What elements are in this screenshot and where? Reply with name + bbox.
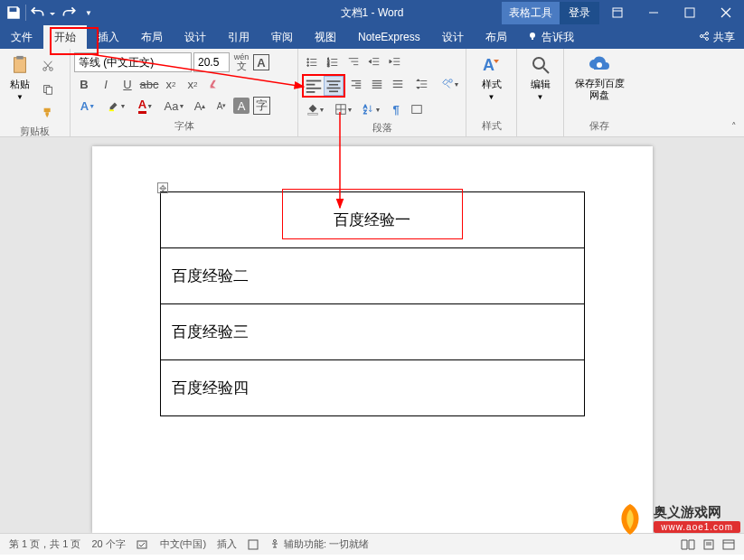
- watermark-title: 奥义游戏网: [654, 504, 740, 521]
- text-effects-icon[interactable]: A▼: [74, 96, 101, 116]
- show-hide-marks-icon[interactable]: ¶: [386, 99, 406, 119]
- table-tools-label: 表格工具: [502, 2, 560, 24]
- svg-point-25: [307, 61, 309, 63]
- tab-insert[interactable]: 插入: [87, 25, 130, 49]
- decrease-indent-icon[interactable]: [364, 52, 384, 72]
- format-painter-icon[interactable]: [38, 103, 58, 123]
- save-baidu-button[interactable]: 保存到百度网盘: [568, 52, 631, 103]
- shading-icon[interactable]: ▼: [302, 99, 329, 119]
- sort-icon[interactable]: AZ▼: [358, 99, 385, 119]
- highlight-icon[interactable]: ▼: [103, 96, 130, 116]
- paste-button[interactable]: 粘贴 ▼: [4, 52, 36, 103]
- table-cell-1[interactable]: 百度经验一: [160, 192, 584, 248]
- tab-layout[interactable]: 布局: [130, 25, 174, 49]
- subscript-icon[interactable]: x2: [161, 74, 181, 94]
- bullets-icon[interactable]: [302, 52, 322, 72]
- table-cell-3[interactable]: 百度经验三: [160, 304, 584, 360]
- clear-formatting-icon[interactable]: [204, 74, 224, 94]
- align-right-icon[interactable]: [346, 74, 366, 94]
- svg-rect-0: [613, 8, 622, 17]
- tab-table-layout[interactable]: 布局: [475, 25, 518, 49]
- font-name-combo[interactable]: 等线 (中文正文): [74, 52, 192, 72]
- svg-rect-22: [108, 109, 113, 111]
- svg-text:Z: Z: [363, 108, 366, 115]
- document-table[interactable]: 百度经验一 百度经验二 百度经验三 百度经验四: [160, 191, 585, 416]
- document-area[interactable]: ✥ 百度经验一 百度经验二 百度经验三 百度经验四: [0, 137, 744, 533]
- collapse-ribbon-icon[interactable]: ˄: [731, 121, 737, 133]
- app-name: Word: [378, 6, 403, 19]
- cut-icon[interactable]: [38, 56, 58, 76]
- phonetic-guide-icon[interactable]: wén文: [231, 52, 251, 72]
- character-border-icon[interactable]: A: [253, 54, 269, 70]
- tab-noteexpress[interactable]: NoteExpress: [347, 25, 431, 49]
- svg-point-75: [533, 58, 544, 69]
- justify-icon[interactable]: [367, 74, 387, 94]
- bold-icon[interactable]: B: [74, 74, 94, 94]
- copy-icon[interactable]: [38, 79, 58, 99]
- asian-layout-icon[interactable]: ▼: [437, 74, 464, 94]
- svg-rect-67: [307, 113, 317, 115]
- increase-indent-icon[interactable]: [385, 52, 405, 72]
- login-button[interactable]: 登录: [560, 2, 599, 24]
- tab-review[interactable]: 审阅: [260, 25, 304, 49]
- web-layout-icon[interactable]: [722, 539, 735, 550]
- table-cell-2[interactable]: 百度经验二: [160, 248, 584, 304]
- svg-rect-80: [137, 541, 146, 548]
- tab-references[interactable]: 引用: [217, 25, 260, 49]
- status-page[interactable]: 第 1 页，共 1 页: [9, 537, 80, 551]
- change-case-icon[interactable]: Aa▼: [161, 96, 188, 116]
- italic-icon[interactable]: I: [96, 74, 116, 94]
- table-cell-4[interactable]: 百度经验四: [160, 360, 584, 416]
- macro-icon[interactable]: [248, 539, 259, 550]
- font-size-combo[interactable]: 20.5: [193, 52, 230, 72]
- ribbon-options-icon[interactable]: [599, 0, 636, 25]
- chevron-down-icon: ▼: [488, 93, 495, 101]
- shrink-font-icon[interactable]: A▾: [212, 96, 231, 116]
- tab-design[interactable]: 设计: [174, 25, 217, 49]
- align-left-icon[interactable]: [304, 76, 324, 96]
- maximize-icon[interactable]: [672, 0, 708, 25]
- svg-rect-7: [532, 38, 533, 40]
- tab-view[interactable]: 视图: [304, 25, 347, 49]
- paragraph-settings-icon[interactable]: [407, 99, 427, 119]
- grow-font-icon[interactable]: A▴: [190, 96, 210, 116]
- multilevel-list-icon[interactable]: [344, 52, 363, 72]
- tab-home[interactable]: 开始: [43, 25, 87, 49]
- svg-line-11: [702, 33, 706, 35]
- print-layout-icon[interactable]: [702, 539, 715, 550]
- tab-table-design[interactable]: 设计: [431, 25, 475, 49]
- status-words[interactable]: 20 个字: [91, 537, 125, 551]
- tell-me-search[interactable]: 告诉我: [518, 30, 583, 45]
- minimize-icon[interactable]: [636, 0, 672, 25]
- group-paragraph: 123 ▼ ▼ ▼ AZ▼ ¶: [298, 49, 466, 136]
- chevron-down-icon: ▼: [16, 93, 24, 101]
- watermark-logo-icon: [612, 500, 648, 537]
- underline-icon[interactable]: U: [118, 74, 137, 94]
- strikethrough-icon[interactable]: abc: [139, 74, 159, 94]
- character-shading-icon[interactable]: 字: [251, 96, 271, 116]
- styles-icon: A: [481, 54, 503, 76]
- font-color-icon[interactable]: A▼: [132, 96, 159, 116]
- styles-button[interactable]: A 样式 ▼: [476, 52, 508, 103]
- distributed-icon[interactable]: [388, 74, 408, 94]
- numbering-icon[interactable]: 123: [323, 52, 343, 72]
- line-spacing-icon[interactable]: [409, 74, 436, 94]
- align-center-icon[interactable]: [324, 76, 344, 96]
- tab-file[interactable]: 文件: [0, 25, 43, 49]
- doc-name: 文档1: [341, 6, 369, 19]
- group-label-paragraph: 段落: [302, 119, 462, 136]
- status-language[interactable]: 中文(中国): [160, 537, 206, 551]
- find-icon: [530, 54, 551, 76]
- enclose-characters-icon[interactable]: A: [233, 98, 250, 114]
- editing-button[interactable]: 编辑 ▼: [524, 52, 557, 103]
- borders-icon[interactable]: ▼: [330, 99, 357, 119]
- status-accessibility[interactable]: 辅助功能: 一切就绪: [269, 537, 369, 551]
- ribbon: 粘贴 ▼ 剪贴板 等线 (中文正文) 20.5 wén文 A B I U: [0, 49, 744, 137]
- spell-check-icon[interactable]: [137, 538, 149, 551]
- close-icon[interactable]: [708, 0, 744, 25]
- share-button[interactable]: 共享: [699, 30, 735, 45]
- read-mode-icon[interactable]: [681, 539, 695, 550]
- cloud-save-icon: [589, 54, 610, 76]
- superscript-icon[interactable]: x2: [183, 74, 202, 94]
- status-mode[interactable]: 插入: [217, 537, 237, 551]
